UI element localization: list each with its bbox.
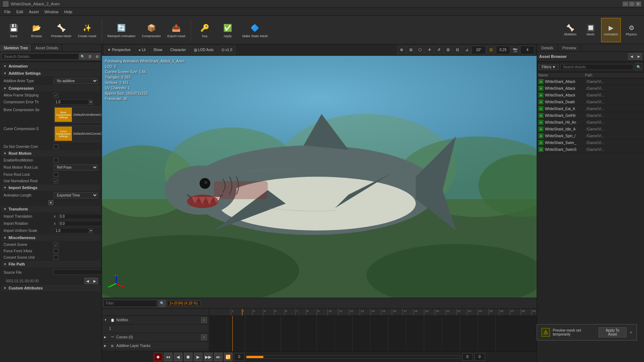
prev-frame-button[interactable]: ◀ bbox=[174, 353, 182, 361]
section-misc[interactable]: Miscellaneous bbox=[1, 234, 100, 241]
ab-prev-btn[interactable]: ◀ bbox=[628, 53, 635, 60]
filter-input[interactable] bbox=[103, 300, 157, 307]
notifies-add-btn[interactable]: + bbox=[201, 317, 207, 323]
minimize-button[interactable]: ─ bbox=[623, 1, 628, 6]
tab-skeleton-tree[interactable]: Skeleton Tree bbox=[0, 44, 32, 51]
menu-file[interactable]: File bbox=[1, 9, 14, 15]
menu-asset[interactable]: Asset bbox=[26, 9, 42, 15]
section-transform[interactable]: Transform bbox=[1, 206, 100, 212]
tab-details[interactable]: Details bbox=[537, 44, 558, 51]
section-file-path[interactable]: File Path bbox=[1, 261, 100, 267]
step-back-button[interactable]: ⏮ bbox=[164, 353, 172, 361]
character-btn[interactable]: Character bbox=[167, 46, 189, 54]
import-scale-input[interactable] bbox=[54, 228, 89, 233]
frame-total-input[interactable] bbox=[474, 353, 485, 361]
section-custom-attributes[interactable]: Custom Attributes bbox=[1, 285, 100, 291]
asset-search-input[interactable] bbox=[560, 64, 633, 70]
step-forward-button[interactable]: ⏭ bbox=[214, 353, 223, 361]
section-animation[interactable]: Animation bbox=[1, 63, 100, 69]
play-button[interactable]: ▶ bbox=[194, 353, 203, 361]
static-mesh-button[interactable]: 🔷 Make Static Mesh bbox=[240, 18, 270, 42]
asset-row[interactable]: A WhiteShark_Attack /Game/Vi... bbox=[537, 78, 644, 85]
create-asset-button[interactable]: ✨ Create Asset bbox=[75, 18, 99, 42]
vp-grid2-btn[interactable]: ⊟ bbox=[453, 46, 462, 54]
tab-preview[interactable]: Preview bbox=[558, 44, 581, 51]
export-button[interactable]: 📤 Export Asset bbox=[165, 18, 188, 42]
stop-button[interactable]: ⏹ bbox=[184, 353, 192, 361]
curves-add-btn[interactable]: + bbox=[201, 334, 207, 340]
scrubbar[interactable] bbox=[246, 356, 461, 358]
vp-grid-btn[interactable]: ⊞ bbox=[406, 46, 415, 54]
menu-window[interactable]: Window bbox=[42, 9, 61, 15]
asset-row[interactable]: A WhiteShark_Spin_/ /Game/Vi... bbox=[537, 133, 644, 139]
menu-edit[interactable]: Edit bbox=[14, 9, 26, 15]
notifies-expand-icon[interactable]: ▼ bbox=[104, 318, 108, 322]
vp-rotate-btn[interactable]: ↺ bbox=[434, 46, 443, 54]
key-button[interactable]: 🔑 Key bbox=[194, 18, 215, 42]
import-settings-expand[interactable]: ▼ bbox=[48, 200, 53, 205]
compression-error-arrow[interactable]: ▼ bbox=[89, 100, 93, 105]
asset-row[interactable]: A WhiteShark_Death /Game/Vi... bbox=[537, 99, 644, 105]
next-frame-button[interactable]: ▶▶ bbox=[204, 353, 213, 361]
frame-end-input[interactable] bbox=[462, 353, 473, 361]
lod-btn[interactable]: ▥ LOD Auto bbox=[191, 46, 217, 54]
force-root-lock-checkbox[interactable] bbox=[54, 172, 58, 177]
browse-button[interactable]: 📂 Browse bbox=[26, 18, 47, 42]
search-submit-icon[interactable]: 🔍 bbox=[79, 53, 86, 60]
record-button[interactable]: ⏺ bbox=[154, 353, 162, 361]
vp-snap-btn[interactable]: ⊕ bbox=[397, 46, 406, 54]
menu-help[interactable]: Help bbox=[61, 9, 75, 15]
vp-move-btn[interactable]: ✛ bbox=[425, 46, 434, 54]
close-button[interactable]: ✕ bbox=[635, 1, 641, 6]
asset-search-btn[interactable]: 🔍 bbox=[635, 63, 643, 71]
section-root-motion[interactable]: Root Motion bbox=[1, 150, 100, 157]
asset-row[interactable]: A WhiteShark_GetHit /Game/Vi... bbox=[537, 112, 644, 119]
asset-row[interactable]: A WhiteShark_Hit_An /Game/Vi... bbox=[537, 119, 644, 126]
rotation-snap-input[interactable] bbox=[472, 46, 486, 54]
compression-button[interactable]: 📦 Compression bbox=[140, 18, 164, 42]
viewport[interactable]: Previewing Animation WhiteShark_Attack_2… bbox=[102, 56, 537, 298]
allow-frame-stripping-checkbox[interactable] bbox=[54, 93, 58, 98]
source-file-input[interactable] bbox=[54, 269, 102, 275]
physics-mode-button[interactable]: ⚙ Physics bbox=[621, 18, 641, 42]
lit-btn[interactable]: ● Lit bbox=[135, 46, 149, 54]
toast-close-btn[interactable]: ✕ bbox=[629, 331, 632, 334]
apply-button[interactable]: ✅ Apply bbox=[217, 18, 238, 42]
file-next-btn[interactable]: ▶ bbox=[92, 278, 98, 284]
scale-arrow[interactable]: ▼ bbox=[89, 228, 93, 233]
section-additive-settings[interactable]: Additive Settings bbox=[1, 70, 100, 76]
compression-error-input[interactable] bbox=[54, 99, 89, 105]
asset-row[interactable]: A WhiteShark_Attack /Game/Vi... bbox=[537, 85, 644, 92]
additive-anim-type-select[interactable]: No additive bbox=[54, 78, 98, 84]
notifies-sub-track[interactable]: 1 bbox=[102, 324, 209, 333]
animation-mode-button[interactable]: ▶ Animation bbox=[601, 18, 621, 42]
additive-expand-icon[interactable]: ▶ bbox=[104, 344, 108, 347]
toast-apply-btn[interactable]: Apply To Asset bbox=[599, 327, 626, 337]
loop-button[interactable]: 🔁 bbox=[224, 353, 233, 361]
curves-track[interactable]: ▶ 〜 Curves (0) + bbox=[102, 333, 209, 342]
convert-scene-checkbox[interactable] bbox=[54, 242, 58, 247]
vp-scale-btn[interactable]: ⊞ bbox=[444, 46, 452, 54]
maximize-button[interactable]: □ bbox=[629, 1, 635, 6]
filter-search-btn[interactable]: 🔍 bbox=[158, 300, 166, 307]
asset-row[interactable]: A WhiteShark_Idle_A /Game/Vi... bbox=[537, 126, 644, 133]
frame-start-input[interactable] bbox=[234, 353, 245, 361]
perspective-btn[interactable]: ▼ Perspective bbox=[104, 46, 134, 54]
show-btn[interactable]: Show bbox=[150, 46, 166, 54]
filters-dropdown-btn[interactable]: Filters ▼ bbox=[538, 64, 559, 70]
camera-speed-input[interactable] bbox=[520, 46, 535, 54]
asset-row[interactable]: A WhiteShark_Eat_A /Game/Vi... bbox=[537, 105, 644, 112]
root-motion-lock-select[interactable]: Ref Pose bbox=[54, 164, 98, 170]
curves-expand-icon[interactable]: ▶ bbox=[104, 336, 108, 339]
asset-row[interactable]: A WhiteShark_Swim_ /Game/Vi... bbox=[537, 139, 644, 146]
section-import-settings[interactable]: Import Settings bbox=[1, 184, 100, 191]
section-compression[interactable]: Compression bbox=[1, 85, 100, 91]
do-not-override-checkbox[interactable] bbox=[54, 144, 58, 149]
list-view-icon[interactable]: ☰ bbox=[87, 53, 93, 60]
asset-row[interactable]: A WhiteShark_Attack /Game/Vi... bbox=[537, 92, 644, 99]
tab-asset-details[interactable]: Asset Details bbox=[32, 44, 62, 51]
convert-scene-unit-checkbox[interactable] bbox=[54, 255, 58, 260]
vp-scale-snap-icon[interactable]: ⊡ bbox=[487, 46, 495, 54]
force-front-checkbox[interactable] bbox=[54, 249, 58, 253]
reimport-button[interactable]: 🔄 Reimport Animation bbox=[105, 18, 138, 42]
